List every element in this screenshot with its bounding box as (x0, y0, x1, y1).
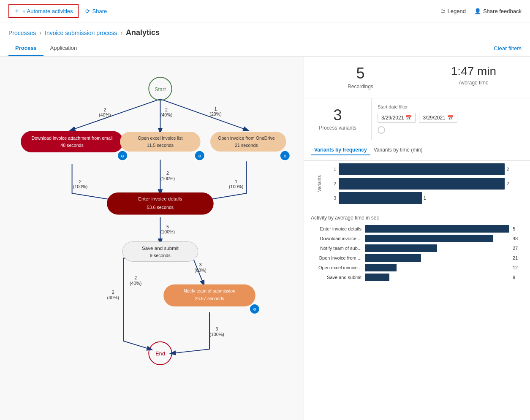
feedback-button[interactable]: 👤 Share feedback (474, 8, 522, 14)
chart-inner: Variants 1 2 2 2 (311, 161, 523, 206)
edge-start-onedrive (160, 99, 246, 130)
breadcrumb-process-name[interactable]: Invoice submission process (45, 30, 117, 36)
notify-node-badge-icon: ⚙ (253, 307, 256, 312)
download-node-line1: Download invoice attachment from email (31, 135, 112, 141)
flow-diagram: 2 (40%) 2 (40%) 1 (20%) 2 (100%) 2 (100%… (8, 65, 296, 420)
tab-freq[interactable]: Variants by frequency (311, 145, 370, 155)
date-filter-box: Start date filter 3/29/2021 📅 3/29/2021 … (372, 98, 530, 140)
edge-label-dl-enter-pct: (100%) (73, 184, 87, 189)
edge-label-right1-pct: (20%) (209, 111, 221, 117)
activity-val-4: 21 (513, 255, 523, 260)
breadcrumb-sep1: › (39, 30, 41, 36)
enterdetails-node-line2: 53.6 seconds (147, 205, 174, 210)
edge-label-right1: 1 (215, 106, 217, 111)
edge-label-notify-2-40: 2 (134, 275, 137, 280)
activity-val-1: 5 (513, 226, 523, 231)
avg-time-label: Average time (426, 80, 522, 86)
activity-name-3: Notify team of sub... (311, 246, 361, 251)
bar-value-1: 2 (506, 167, 509, 172)
edge-label-oe-enter-pct: (100%) (160, 176, 175, 181)
share-icon: ⟳ (85, 8, 90, 14)
date-to-input[interactable]: 3/29/2021 📅 (419, 113, 457, 123)
activity-val-5: 12 (513, 265, 523, 270)
main-content: 2 (40%) 2 (40%) 1 (20%) 2 (100%) 2 (100%… (0, 57, 530, 420)
chart-tab-bar: Variants by frequency Variants by time (… (311, 145, 523, 155)
recordings-count: 5 (313, 65, 408, 82)
activity-name-5: Open excel invoice... (311, 265, 361, 270)
bar-fill-2 (339, 178, 505, 190)
clear-filters-button[interactable]: Clear filters (494, 45, 522, 51)
activity-bar-fill-6 (365, 274, 389, 281)
breadcrumb: Processes › Invoice submission process ›… (0, 22, 530, 41)
savesubmit-node-line1: Save and submit (142, 245, 179, 251)
edge-label-enter-save: 5 (166, 224, 169, 229)
breadcrumb-processes[interactable]: Processes (8, 30, 36, 36)
savesubmit-node (122, 242, 198, 262)
start-node-label: Start (155, 87, 166, 92)
edge-label-od-enter-pct: (100%) (229, 184, 243, 189)
onedrive-node-line2: 21 seconds (235, 143, 258, 148)
download-node-badge-icon: ⚙ (121, 154, 124, 158)
activity-val-2: 48 (513, 236, 523, 241)
activity-bar-3 (365, 244, 509, 252)
tab-application[interactable]: Application (43, 41, 84, 56)
activity-bar-1 (365, 225, 509, 233)
notify-node-line2: 26.67 seconds (195, 296, 224, 301)
enterdetails-node-line1: Enter invoice details (138, 196, 182, 201)
calendar-to-icon: 📅 (447, 115, 454, 121)
top-bar: ＋ + Automate activities ⟳ Share 🗂 Legend… (0, 0, 530, 22)
activity-title: Activity by average time in sec (311, 215, 523, 221)
activity-name-6: Save and submit (311, 275, 361, 280)
toggle-circle[interactable] (378, 126, 385, 134)
activity-bar-4 (365, 254, 509, 262)
tab-process[interactable]: Process (8, 41, 43, 56)
flow-panel: 2 (40%) 2 (40%) 1 (20%) 2 (100%) 2 (100%… (0, 57, 304, 420)
activity-row-1: Enter invoice details 5 (311, 225, 523, 233)
openexcel-node-line2: 11.5 seconds (147, 143, 174, 148)
recordings-label: Recordings (313, 84, 408, 89)
date-inputs: 3/29/2021 📅 3/29/2021 📅 (378, 113, 524, 123)
share-button[interactable]: ⟳ Share (85, 8, 107, 14)
onedrive-node-badge-icon: ⚙ (283, 154, 287, 158)
edge-label-save-end: 2 (112, 290, 114, 295)
legend-icon: 🗂 (440, 8, 446, 14)
stats-row: 5 Recordings 1:47 min Average time (304, 57, 530, 98)
tab-time[interactable]: Variants by time (min) (370, 145, 426, 155)
edge-notify-end (173, 312, 209, 353)
right-panel: 5 Recordings 1:47 min Average time 3 Pro… (304, 57, 530, 420)
onedrive-node (210, 132, 286, 152)
recordings-stat: 5 Recordings (304, 57, 417, 98)
feedback-icon: 👤 (474, 8, 481, 14)
date-from-input[interactable]: 3/29/2021 📅 (378, 113, 416, 123)
activity-val-3: 27 (513, 246, 523, 251)
activity-bar-fill-1 (365, 225, 509, 233)
edge-label-notify-2-40-pct: (40%) (130, 281, 141, 286)
variants-date-row: 3 Process variants Start date filter 3/2… (304, 98, 530, 140)
activity-bar-fill-3 (365, 244, 437, 252)
notify-node-line1: Notify team of submission (184, 288, 235, 293)
edge-start-download (72, 99, 160, 130)
openexcel-node-badge-icon: ⚙ (198, 154, 201, 158)
activity-row-4: Open invoice from ... 21 (311, 254, 523, 262)
date-filter-label: Start date filter (378, 104, 524, 109)
activity-section: Activity by average time in sec Enter in… (304, 210, 530, 288)
bar-value-2: 2 (506, 181, 509, 186)
openexcel-node (120, 132, 200, 152)
edge-label-od-enter: 1 (235, 179, 237, 184)
breadcrumb-sep2: › (120, 30, 122, 36)
top-right-actions: 🗂 Legend 👤 Share feedback (440, 8, 522, 14)
breadcrumb-current: Analytics (126, 28, 160, 37)
edge-label-notify-end-pct: (100%) (209, 332, 224, 337)
bar-label-2: 2 (328, 181, 336, 186)
variants-box: 3 Process variants (304, 98, 372, 140)
edge-label-oe-enter: 2 (166, 171, 169, 176)
activity-bar-2 (365, 235, 509, 242)
activity-bar-fill-2 (365, 235, 493, 242)
edge-label-start-download: 2 (103, 107, 106, 112)
automate-button[interactable]: ＋ + Automate activities (8, 4, 79, 18)
automate-label: + Automate activities (22, 8, 73, 14)
edge-label-dl-enter: 2 (79, 179, 82, 184)
legend-button[interactable]: 🗂 Legend (440, 8, 466, 14)
bar-track-3: 1 (339, 192, 523, 204)
bar-row-2: 2 2 (328, 178, 523, 190)
